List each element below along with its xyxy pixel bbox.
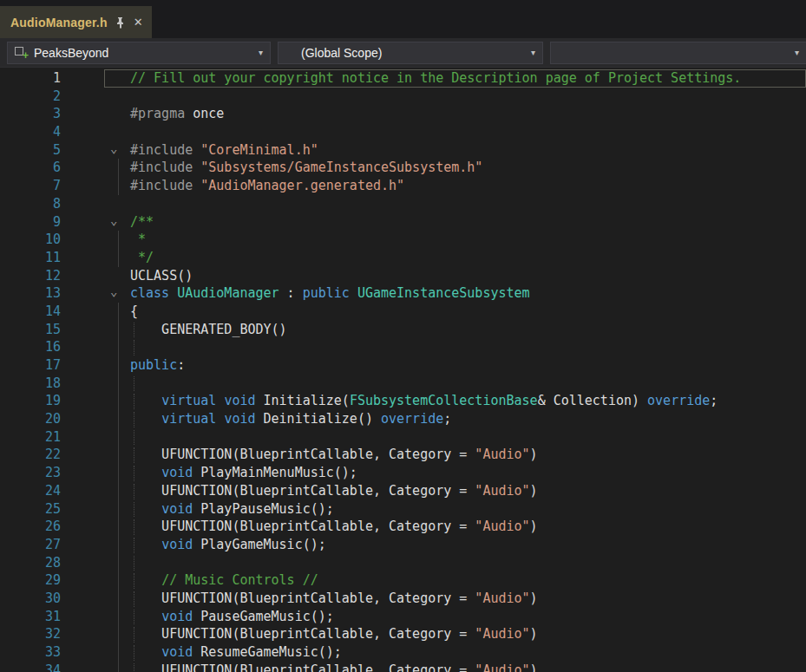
code-line[interactable]: 17public: (0, 356, 806, 375)
code-line[interactable]: 19 virtual void Initialize(FSubsystemCol… (0, 392, 806, 410)
breakpoint-margin[interactable] (61, 249, 104, 267)
code-line[interactable]: 6#include "Subsystems/GameInstanceSubsys… (0, 159, 806, 177)
breakpoint-margin[interactable] (61, 571, 104, 590)
code-line[interactable]: 12UCLASS() (0, 267, 806, 285)
breakpoint-margin[interactable] (61, 536, 104, 554)
breakpoint-margin[interactable] (61, 375, 104, 393)
code-line[interactable]: 3#pragma once (0, 105, 806, 123)
code-text[interactable] (130, 123, 806, 141)
code-text[interactable]: class UAudioManager : public UGameInstan… (130, 284, 806, 303)
breakpoint-margin[interactable] (61, 643, 104, 662)
breakpoint-margin[interactable] (61, 554, 104, 572)
breakpoint-margin[interactable] (61, 446, 104, 464)
code-line[interactable]: 21 (0, 428, 806, 447)
breakpoint-margin[interactable] (61, 303, 104, 321)
code-line[interactable]: 13⌄class UAudioManager : public UGameIns… (0, 284, 806, 303)
code-text[interactable]: #include "CoreMinimal.h" (130, 141, 806, 160)
code-text[interactable] (130, 428, 806, 447)
code-text[interactable]: void PlayGameMusic(); (130, 536, 806, 554)
code-text[interactable]: UFUNCTION(BlueprintCallable, Category = … (130, 482, 806, 500)
breakpoint-margin[interactable] (61, 213, 104, 232)
close-icon[interactable]: ✕ (134, 16, 143, 28)
breakpoint-margin[interactable] (61, 518, 104, 536)
code-text[interactable]: void PlayPauseMusic(); (130, 500, 806, 519)
code-line[interactable]: 32 UFUNCTION(BlueprintCallable, Category… (0, 625, 806, 643)
breakpoint-margin[interactable] (61, 177, 104, 195)
fold-chevron-icon[interactable]: ⌄ (110, 283, 117, 301)
breakpoint-margin[interactable] (61, 428, 104, 447)
fold-chevron-icon[interactable]: ⌄ (110, 140, 117, 158)
code-line[interactable]: 7#include "AudioManager.generated.h" (0, 177, 806, 195)
code-line[interactable]: 2 (0, 88, 806, 106)
code-text[interactable] (130, 338, 806, 356)
breakpoint-margin[interactable] (61, 267, 104, 285)
breakpoint-margin[interactable] (61, 141, 104, 160)
code-text[interactable]: */ (130, 249, 806, 267)
code-text[interactable]: UFUNCTION(BlueprintCallable, Category = … (130, 625, 806, 643)
breakpoint-margin[interactable] (61, 88, 104, 106)
code-line[interactable]: 31 void PauseGameMusic(); (0, 608, 806, 626)
code-text[interactable]: void PlayMainMenuMusic(); (130, 464, 806, 482)
code-line[interactable]: 23 void PlayMainMenuMusic(); (0, 464, 806, 482)
code-text[interactable]: public: (130, 356, 806, 375)
code-text[interactable]: virtual void Initialize(FSubsystemCollec… (130, 392, 806, 410)
code-line[interactable]: 25 void PlayPauseMusic(); (0, 500, 806, 519)
project-dropdown[interactable]: + PeaksBeyond ▾ (7, 42, 271, 64)
document-tab[interactable]: AudioManager.h ✕ (0, 6, 152, 38)
code-text[interactable]: void PauseGameMusic(); (130, 608, 806, 626)
breakpoint-margin[interactable] (61, 231, 104, 249)
breakpoint-margin[interactable] (61, 123, 104, 141)
breakpoint-margin[interactable] (61, 590, 104, 608)
breakpoint-margin[interactable] (61, 482, 104, 500)
code-line[interactable]: 20 virtual void Deinitialize() override; (0, 410, 806, 428)
code-text[interactable] (130, 88, 806, 106)
code-line[interactable]: 10 * (0, 231, 806, 249)
breakpoint-margin[interactable] (61, 195, 104, 213)
code-line[interactable]: 30 UFUNCTION(BlueprintCallable, Category… (0, 590, 806, 608)
code-line[interactable]: 28 (0, 554, 806, 572)
breakpoint-margin[interactable] (61, 105, 104, 123)
breakpoint-margin[interactable] (61, 662, 104, 672)
breakpoint-margin[interactable] (61, 356, 104, 375)
code-text[interactable]: UCLASS() (130, 267, 806, 285)
code-line[interactable]: 11 */ (0, 249, 806, 267)
breakpoint-margin[interactable] (61, 392, 104, 410)
code-line[interactable]: 5⌄#include "CoreMinimal.h" (0, 141, 806, 160)
code-text[interactable]: #pragma once (130, 105, 806, 123)
code-editor[interactable]: 1// Fill out your copyright notice in th… (0, 68, 806, 672)
breakpoint-margin[interactable] (61, 500, 104, 519)
code-text[interactable] (130, 554, 806, 572)
code-text[interactable]: // Fill out your copyright notice in the… (130, 69, 806, 88)
code-line[interactable]: 15 GENERATED_BODY() (0, 321, 806, 339)
fold-chevron-icon[interactable]: ⌄ (110, 212, 117, 230)
code-text[interactable]: #include "Subsystems/GameInstanceSubsyst… (130, 159, 806, 177)
code-line[interactable]: 27 void PlayGameMusic(); (0, 536, 806, 554)
code-text[interactable]: UFUNCTION(BlueprintCallable, Category = … (130, 518, 806, 536)
code-line[interactable]: 22 UFUNCTION(BlueprintCallable, Category… (0, 446, 806, 464)
code-text[interactable] (130, 195, 806, 213)
breakpoint-margin[interactable] (61, 608, 104, 626)
code-text[interactable]: /** (130, 213, 806, 232)
code-text[interactable]: virtual void Deinitialize() override; (130, 410, 806, 428)
breakpoint-margin[interactable] (61, 410, 104, 428)
code-line[interactable]: 16 (0, 338, 806, 356)
breakpoint-margin[interactable] (61, 284, 104, 303)
breakpoint-margin[interactable] (61, 625, 104, 643)
breakpoint-margin[interactable] (61, 159, 104, 177)
code-text[interactable]: * (130, 231, 806, 249)
code-line[interactable]: 29 // Music Controls // (0, 571, 806, 590)
code-line[interactable]: 18 (0, 375, 806, 393)
code-text[interactable]: GENERATED_BODY() (130, 321, 806, 339)
code-text[interactable] (130, 375, 806, 393)
code-line[interactable]: 26 UFUNCTION(BlueprintCallable, Category… (0, 518, 806, 536)
code-line[interactable]: 1// Fill out your copyright notice in th… (0, 69, 806, 88)
code-line[interactable]: 8 (0, 195, 806, 213)
code-line[interactable]: 33 void ResumeGameMusic(); (0, 643, 806, 662)
breakpoint-margin[interactable] (61, 69, 104, 88)
breakpoint-margin[interactable] (61, 464, 104, 482)
code-text[interactable]: // Music Controls // (130, 571, 806, 590)
code-line[interactable]: 24 UFUNCTION(BlueprintCallable, Category… (0, 482, 806, 500)
code-line[interactable]: 9⌄/** (0, 213, 806, 232)
code-text[interactable]: UFUNCTION(BlueprintCallable, Category = … (130, 590, 806, 608)
code-text[interactable]: UFUNCTION(BlueprintCallable, Category = … (130, 446, 806, 464)
